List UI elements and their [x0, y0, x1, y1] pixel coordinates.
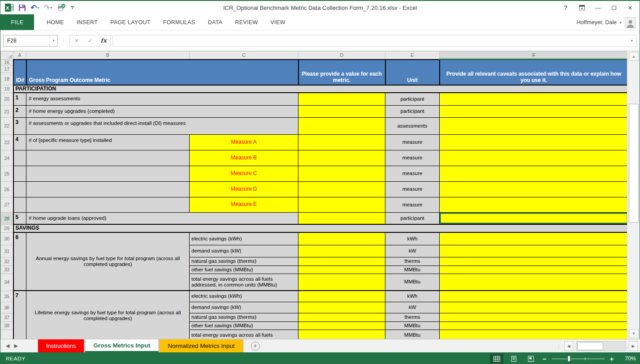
value-input-cell[interactable]	[298, 257, 385, 266]
tab-file[interactable]: FILE	[0, 14, 34, 30]
unit-cell[interactable]: measure	[385, 150, 440, 166]
row-header-23[interactable]: 23	[1, 134, 13, 150]
unit-cell[interactable]: MMBtu	[385, 321, 440, 330]
customize-qat-button[interactable]: ▾	[71, 6, 74, 9]
unit-cell[interactable]: therms	[385, 257, 440, 266]
submetric-cell[interactable]: total energy savings across all fuels	[190, 330, 298, 339]
select-all-corner[interactable]	[1, 51, 13, 60]
zoom-out-button[interactable]: −	[541, 355, 548, 363]
column-header-f[interactable]: F	[440, 51, 628, 60]
value-input-cell[interactable]	[440, 266, 628, 274]
measure-name-cell[interactable]: Measure A	[190, 134, 298, 150]
column-header-c[interactable]: C	[190, 51, 298, 60]
column-header-d[interactable]: D	[298, 51, 385, 60]
unit-cell[interactable]: MMBtu	[385, 274, 440, 291]
undo-button[interactable]: ↶▾	[29, 3, 40, 13]
sheet-nav-right-icon[interactable]: ▶	[14, 343, 17, 349]
scroll-down-icon[interactable]: ▼	[629, 329, 639, 338]
unit-cell[interactable]: measure	[385, 181, 440, 197]
value-input-cell[interactable]	[298, 150, 385, 166]
id-cell[interactable]: 4	[13, 134, 26, 150]
metric-cell[interactable]: # energy assessments	[26, 93, 298, 105]
column-header-b[interactable]: B	[26, 51, 190, 60]
value-input-cell[interactable]	[298, 321, 385, 330]
id-cell[interactable]: 7	[13, 291, 26, 339]
unit-cell[interactable]: MMBtu	[385, 330, 440, 339]
unit-cell[interactable]: therms	[385, 313, 440, 321]
row-header-16[interactable]: 16	[1, 60, 13, 65]
value-input-cell[interactable]	[298, 93, 385, 105]
value-input-cell[interactable]	[298, 212, 385, 224]
maximize-button[interactable]	[606, 2, 622, 13]
sheet-tab-normalized-metrics-input[interactable]: Normalized Metrics Input	[159, 339, 243, 352]
value-input-cell[interactable]	[440, 274, 628, 291]
value-input-cell[interactable]	[298, 117, 385, 134]
id-cell[interactable]	[13, 150, 26, 166]
table-header-cell[interactable]: ID#	[13, 60, 26, 85]
unit-cell[interactable]: measure	[385, 197, 440, 212]
measure-name-cell[interactable]: Measure C	[190, 166, 298, 181]
value-input-cell[interactable]	[440, 117, 628, 134]
value-input-cell[interactable]	[440, 245, 628, 257]
unit-cell[interactable]: kW	[385, 245, 440, 257]
hscroll-right-icon[interactable]: ▶	[629, 341, 638, 351]
row-header-31[interactable]: 31	[1, 245, 13, 257]
value-input-cell[interactable]	[440, 93, 628, 105]
unit-cell[interactable]: assessments	[385, 117, 440, 134]
table-header-cell[interactable]: Provide all relevant caveats associated …	[440, 60, 628, 85]
row-header-30[interactable]: 30	[1, 232, 13, 245]
row-header-27[interactable]: 27	[1, 197, 13, 212]
account-area[interactable]: Hoffmeyer, Dale ▾	[577, 14, 636, 30]
row-header-19[interactable]: 19	[1, 85, 13, 93]
id-cell[interactable]: 5	[13, 212, 26, 224]
measure-name-cell[interactable]: Measure B	[190, 150, 298, 166]
tab-review[interactable]: REVIEW	[229, 14, 264, 30]
metric-cell[interactable]: # home upgrade loans (approved)	[26, 212, 298, 224]
value-input-cell[interactable]	[298, 313, 385, 321]
sheet-tab-gross-metrics-input[interactable]: Gross Metrics Input	[85, 339, 159, 352]
horizontal-scrollbar[interactable]	[576, 341, 626, 351]
hscroll-left-icon[interactable]: ◀	[564, 341, 573, 351]
quick-print-check-icon[interactable]	[56, 3, 67, 13]
unit-cell[interactable]: participant	[385, 105, 440, 117]
id-cell[interactable]: 1	[13, 93, 26, 105]
row-header-21[interactable]: 21	[1, 105, 13, 117]
horizontal-scroll-thumb[interactable]	[577, 342, 603, 350]
value-input-cell[interactable]	[298, 245, 385, 257]
unit-cell[interactable]: MMBtu	[385, 266, 440, 274]
row-header-33[interactable]: 33	[1, 266, 13, 274]
row-header-34[interactable]: 34	[1, 274, 13, 291]
value-input-cell[interactable]	[440, 134, 628, 150]
vertical-scroll-thumb[interactable]	[629, 104, 639, 223]
id-cell[interactable]: 2	[13, 105, 26, 117]
column-header-a[interactable]: A	[13, 51, 26, 60]
cancel-icon[interactable]: ✕	[70, 38, 83, 44]
row-header-35[interactable]: 35	[1, 291, 13, 302]
row-header-22[interactable]: 22	[1, 117, 13, 134]
unit-cell[interactable]: kWh	[385, 291, 440, 302]
active-cell-f28[interactable]	[440, 212, 628, 224]
value-input-cell[interactable]	[440, 181, 628, 197]
id-cell[interactable]: 3	[13, 117, 26, 134]
measure-name-cell[interactable]: Measure E	[190, 197, 298, 212]
value-input-cell[interactable]	[298, 266, 385, 274]
metric-cell[interactable]: # assessments or upgrades that included …	[26, 117, 298, 134]
page-break-preview-icon[interactable]	[524, 354, 537, 364]
save-icon[interactable]	[17, 3, 27, 13]
value-input-cell[interactable]	[298, 166, 385, 181]
section-header-cell[interactable]: PARTICIPATION	[13, 85, 628, 93]
value-input-cell[interactable]	[298, 330, 385, 339]
metric-cell[interactable]: # of [specific measure type] installed	[26, 134, 190, 150]
unit-cell[interactable]: kW	[385, 302, 440, 313]
group-label-cell[interactable]: Lifetime energy savings by fuel type for…	[26, 291, 190, 339]
value-input-cell[interactable]	[298, 134, 385, 150]
value-input-cell[interactable]	[440, 302, 628, 313]
sheet-nav-left-icon[interactable]: ◀	[6, 343, 9, 349]
row-header-partial[interactable]	[1, 330, 13, 339]
vertical-scrollbar[interactable]: ▲ ▼	[627, 51, 640, 339]
unit-cell[interactable]: participant	[385, 93, 440, 105]
submetric-cell[interactable]: demand savings (kW)	[190, 302, 298, 313]
value-input-cell[interactable]	[440, 197, 628, 212]
minimize-button[interactable]: —	[590, 2, 605, 13]
value-input-cell[interactable]	[298, 274, 385, 291]
